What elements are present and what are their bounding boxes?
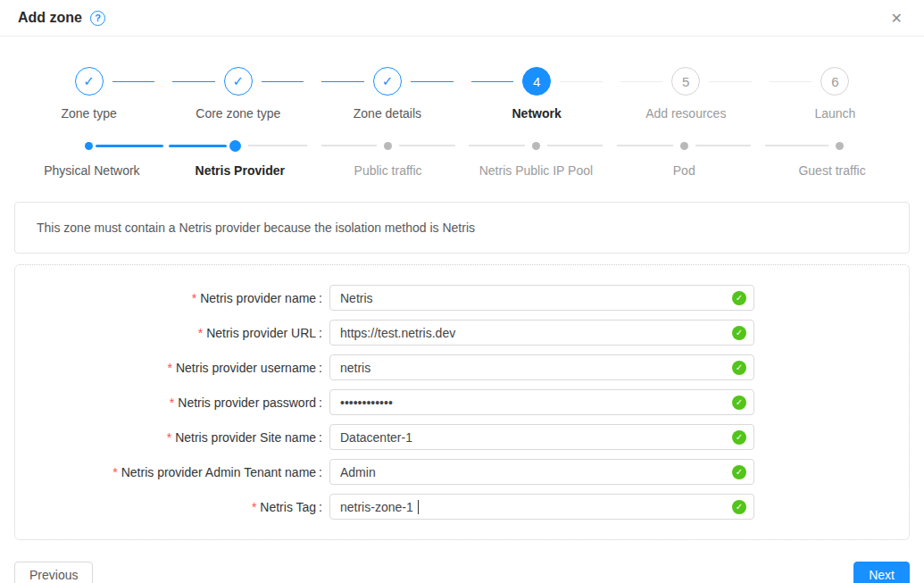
step-label: Zone type [14, 106, 163, 121]
substep-label: Physical Network [18, 163, 166, 178]
substep-connector [169, 145, 227, 147]
step-connector [620, 81, 663, 82]
check-circle-icon: ✓ [224, 67, 253, 96]
netris-provider-site-name-input[interactable] [329, 424, 754, 450]
step-connector [560, 81, 603, 82]
netris-tag-input[interactable] [329, 494, 754, 520]
substep-dot-icon [384, 142, 392, 150]
required-marker: * [252, 500, 256, 514]
step-zone-details: ✓ Zone details [312, 67, 462, 121]
valid-check-icon: ✓ [732, 396, 746, 410]
step-network: 4 Network [462, 67, 612, 121]
required-marker: * [198, 326, 203, 340]
step-connector [471, 81, 514, 82]
text-cursor [418, 500, 419, 514]
netris-provider-url-input[interactable] [329, 320, 754, 346]
notice-box: This zone must contain a Netris provider… [14, 202, 910, 254]
substep-label: Guest traffic [758, 163, 906, 178]
step-core-zone-type: ✓ Core zone type [163, 67, 312, 121]
substep-netris-public-ip-pool: Netris Public IP Pool [462, 139, 610, 178]
check-circle-icon: ✓ [373, 67, 402, 96]
substep-connector [399, 145, 454, 146]
substep-netris-provider: Netris Provider [166, 139, 314, 178]
valid-check-icon: ✓ [732, 291, 746, 305]
valid-check-icon: ✓ [732, 361, 746, 375]
netris-provider-username-input[interactable] [329, 354, 754, 380]
substep-dot-icon [85, 142, 93, 150]
step-number-badge: 6 [820, 67, 849, 96]
step-label: Zone details [312, 106, 462, 121]
field-label: *Netris provider name: [29, 291, 329, 305]
substep-label: Netris Public IP Pool [462, 163, 610, 178]
notice-text: This zone must contain a Netris provider… [37, 221, 475, 235]
substep-label: Pod [610, 163, 758, 178]
modal-header: Add zone ? ✕ [0, 0, 924, 37]
substep-connector [248, 145, 306, 146]
substep-physical-network: Physical Network [18, 139, 166, 178]
substep-connector [695, 145, 751, 146]
field-label: *Netris provider username: [29, 361, 329, 375]
help-icon[interactable]: ? [90, 11, 105, 26]
form-row-netris-tag: *Netris Tag: ✓ [29, 494, 895, 520]
form-row-netris-provider-url: *Netris provider URL: ✓ [29, 320, 895, 346]
next-button[interactable]: Next [853, 562, 910, 583]
netris-provider-admin-tenant-name-input[interactable] [329, 459, 754, 485]
substep-connector [96, 145, 162, 147]
add-zone-modal: Add zone ? ✕ ✓ Zone type ✓ Core zone [0, 0, 924, 583]
form-row-netris-provider-admin-tenant-name: *Netris provider Admin Tenant name: ✓ [29, 459, 895, 485]
step-connector [262, 81, 304, 82]
form-row-netris-provider-password: *Netris provider password: ✓ [29, 389, 895, 415]
previous-button[interactable]: Previous [14, 562, 93, 583]
required-marker: * [112, 465, 117, 479]
close-icon[interactable]: ✕ [891, 11, 903, 27]
substep-dot-icon [229, 140, 241, 152]
step-label: Launch [761, 106, 910, 121]
valid-check-icon: ✓ [732, 465, 746, 479]
wizard-steps: ✓ Zone type ✓ Core zone type ✓ [14, 67, 910, 121]
netris-provider-password-input[interactable] [329, 389, 754, 415]
field-label: *Netris provider Site name: [29, 430, 329, 445]
step-connector [112, 81, 155, 82]
substep-connector [617, 145, 672, 146]
field-label: *Netris provider Admin Tenant name: [29, 465, 329, 479]
substep-label: Netris Provider [166, 163, 314, 178]
step-label: Core zone type [163, 106, 312, 121]
valid-check-icon: ✓ [732, 430, 746, 445]
substep-connector [765, 145, 828, 146]
step-connector [709, 81, 752, 82]
form-row-netris-provider-username: *Netris provider username: ✓ [29, 354, 895, 380]
step-label: Network [462, 106, 612, 121]
substep-public-traffic: Public traffic [314, 139, 462, 178]
substep-dot-icon [680, 142, 688, 150]
substep-dot-icon [836, 142, 844, 150]
substep-connector [321, 145, 377, 146]
required-marker: * [170, 396, 174, 410]
step-launch: 6 Launch [761, 67, 910, 121]
field-label: *Netris provider password: [29, 396, 329, 410]
step-zone-type: ✓ Zone type [14, 67, 163, 121]
check-circle-icon: ✓ [75, 67, 104, 96]
required-marker: * [167, 361, 171, 375]
page-title: Add zone [18, 10, 82, 26]
step-number-badge: 5 [671, 67, 700, 96]
network-sub-steps: Physical Network Netris Provider Public … [14, 139, 910, 178]
form-row-netris-provider-site-name: *Netris provider Site name: ✓ [29, 424, 895, 450]
substep-dot-icon [532, 142, 540, 150]
step-add-resources: 5 Add resources [612, 67, 761, 121]
netris-provider-name-input[interactable] [329, 285, 754, 311]
substep-guest-traffic: Guest traffic [758, 139, 906, 178]
step-number-badge: 4 [522, 67, 551, 96]
step-connector [411, 81, 454, 82]
substep-connector [469, 145, 524, 146]
step-connector [321, 81, 364, 82]
field-label: *Netris provider URL: [29, 326, 329, 340]
field-label: *Netris Tag: [29, 500, 329, 514]
netris-provider-form: *Netris provider name: ✓ *Netris provide… [14, 264, 910, 540]
wizard-footer: Previous Next [14, 562, 910, 583]
form-row-netris-provider-name: *Netris provider name: ✓ [29, 285, 895, 311]
required-marker: * [192, 291, 196, 305]
substep-pod: Pod [610, 139, 758, 178]
substep-connector [547, 145, 603, 146]
required-marker: * [167, 430, 171, 445]
step-label: Add resources [612, 106, 761, 121]
